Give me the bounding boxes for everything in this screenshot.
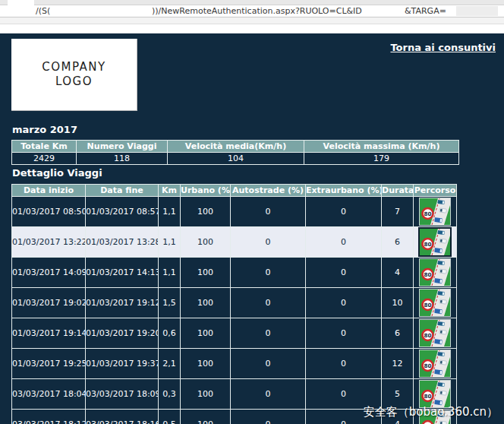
cell-data-inizio: 01/03/2017 19:02 (12, 288, 86, 318)
cell-urbano: 100 (181, 349, 231, 379)
cell-extraurbano: 0 (306, 318, 382, 349)
trips-column-header: Percorso (414, 185, 457, 197)
cell-autostrade: 0 (231, 379, 306, 410)
cell-autostrade: 0 (231, 318, 306, 349)
summary-column-header: Velocità media(Km/h) (168, 141, 304, 153)
svg-text:80: 80 (424, 210, 431, 217)
trips-header-row: Data inizioData fineKmUrbano (%)Autostra… (12, 185, 457, 197)
cell-extraurbano: 0 (306, 288, 382, 318)
cell-data-fine: 01/03/2017 19:12 (86, 288, 159, 318)
svg-text:80: 80 (424, 393, 431, 400)
cell-extraurbano: 0 (306, 349, 382, 379)
route-map-icon[interactable]: 80 (419, 289, 451, 317)
url-segment-3: &TARGA= (405, 6, 446, 16)
route-map-icon[interactable]: 80 (419, 258, 451, 286)
cell-km: 0,5 (159, 410, 181, 424)
url-segment-1: /(S( (36, 6, 50, 16)
route-map-icon[interactable]: 80 (419, 319, 451, 347)
trips-column-header: Durata (382, 185, 414, 197)
browser-chrome: /(S( ))/NewRemoteAuthentication.aspx?RUO… (0, 0, 504, 33)
trips-table: Data inizioData fineKmUrbano (%)Autostra… (11, 184, 457, 424)
cell-data-fine: 03/03/2017 18:09 (86, 379, 159, 410)
trips-column-header: Data fine (86, 185, 159, 197)
cell-autostrade: 0 (231, 349, 306, 379)
address-bar[interactable]: /(S( ))/NewRemoteAuthentication.aspx?RUO… (0, 5, 504, 17)
cell-data-fine: 01/03/2017 19:20 (86, 318, 159, 349)
cell-autostrade: 0 (231, 227, 306, 258)
route-map-icon[interactable]: 80 (419, 350, 451, 378)
summary-value: 104 (168, 153, 304, 165)
summary-value: 118 (77, 153, 168, 165)
route-map-thumbnail: 80 (420, 198, 450, 225)
cell-percorso: 80 (414, 227, 457, 258)
cell-km: 1,1 (159, 197, 181, 227)
cell-data-fine: 01/03/2017 14:13 (86, 258, 159, 288)
cell-extraurbano: 0 (306, 197, 382, 227)
cell-data-inizio: 01/03/2017 08:50 (12, 197, 86, 227)
summary-column-header: Velocità massima (Km/h) (304, 141, 459, 153)
table-row: 01/03/2017 19:2501/03/2017 19:372,110000… (12, 349, 457, 379)
cell-data-inizio: 03/03/2017 18:12 (12, 410, 86, 424)
trips-column-header: Data inizio (12, 185, 86, 197)
table-row: 01/03/2017 14:0901/03/2017 14:131,110000… (12, 258, 457, 288)
cell-percorso: 80 (414, 318, 457, 349)
cell-data-inizio: 03/03/2017 18:04 (12, 379, 86, 410)
route-map-thumbnail: 80 (420, 259, 450, 286)
summary-column-header: Totale Km (12, 141, 77, 153)
trips-table-body: 01/03/2017 08:5001/03/2017 08:571,110000… (12, 197, 457, 424)
cell-data-fine: 01/03/2017 19:37 (86, 349, 159, 379)
route-map-icon[interactable]: 80 (418, 227, 452, 257)
table-row: 01/03/2017 19:0201/03/2017 19:121,510000… (12, 288, 457, 318)
cell-extraurbano: 0 (306, 227, 382, 258)
cell-km: 1,1 (159, 227, 181, 258)
logo-line-2: LOGO (55, 74, 93, 90)
summary-value: 179 (304, 153, 459, 165)
cell-durata: 12 (382, 349, 414, 379)
cell-percorso: 80 (414, 349, 457, 379)
svg-text:80: 80 (424, 271, 431, 278)
summary-table: Totale KmNumero ViaggiVelocità media(Km/… (11, 140, 459, 165)
watermark: 安全客（bobao.360.cn） (364, 405, 498, 419)
route-map-icon[interactable]: 80 (419, 380, 451, 408)
cell-percorso: 80 (414, 288, 457, 318)
cell-km: 0,6 (159, 318, 181, 349)
cell-urbano: 100 (181, 288, 231, 318)
cell-km: 1,5 (159, 288, 181, 318)
browser-tab-remnant (8, 0, 34, 5)
cell-data-fine: 03/03/2017 18:16 (86, 410, 159, 424)
cell-durata: 7 (382, 197, 414, 227)
cell-km: 1,1 (159, 258, 181, 288)
route-map-icon[interactable]: 80 (419, 198, 451, 226)
cell-data-fine: 01/03/2017 13:28 (86, 227, 159, 258)
svg-text:80: 80 (424, 362, 431, 369)
cell-durata: 10 (382, 288, 414, 318)
route-map-thumbnail: 80 (420, 229, 450, 255)
route-map-thumbnail: 80 (420, 320, 450, 346)
table-row: 01/03/2017 19:1401/03/2017 19:200,610000… (12, 318, 457, 349)
cell-autostrade: 0 (231, 258, 306, 288)
logo-line-1: COMPANY (42, 60, 106, 75)
route-map-thumbnail: 80 (420, 381, 450, 407)
cell-data-fine: 01/03/2017 08:57 (86, 197, 159, 227)
svg-text:80: 80 (424, 332, 431, 339)
table-row: 01/03/2017 08:5001/03/2017 08:571,110000… (12, 197, 457, 227)
cell-km: 0,3 (159, 379, 181, 410)
url-segment-2: ))/NewRemoteAuthentication.aspx?RUOLO=CL… (152, 6, 362, 16)
cell-durata: 4 (382, 258, 414, 288)
route-map-thumbnail: 80 (420, 290, 450, 316)
cell-durata: 6 (382, 227, 414, 258)
cell-data-inizio: 01/03/2017 19:14 (12, 318, 86, 349)
trips-column-header: Extraurbano (%) (306, 185, 382, 197)
cell-autostrade: 0 (231, 410, 306, 424)
back-to-reports-link[interactable]: Torna ai consuntivi (390, 42, 496, 53)
cell-urbano: 100 (181, 410, 231, 424)
cell-urbano: 100 (181, 318, 231, 349)
trips-column-header: Urbano (%) (181, 185, 231, 197)
period-title: marzo 2017 (12, 124, 77, 135)
cell-urbano: 100 (181, 258, 231, 288)
cell-data-inizio: 01/03/2017 13:22 (12, 227, 86, 258)
browser-toolbar-strip (0, 17, 504, 24)
svg-text:80: 80 (424, 302, 431, 309)
details-title: Dettaglio Viaggi (12, 167, 102, 179)
cell-data-inizio: 01/03/2017 19:25 (12, 349, 86, 379)
